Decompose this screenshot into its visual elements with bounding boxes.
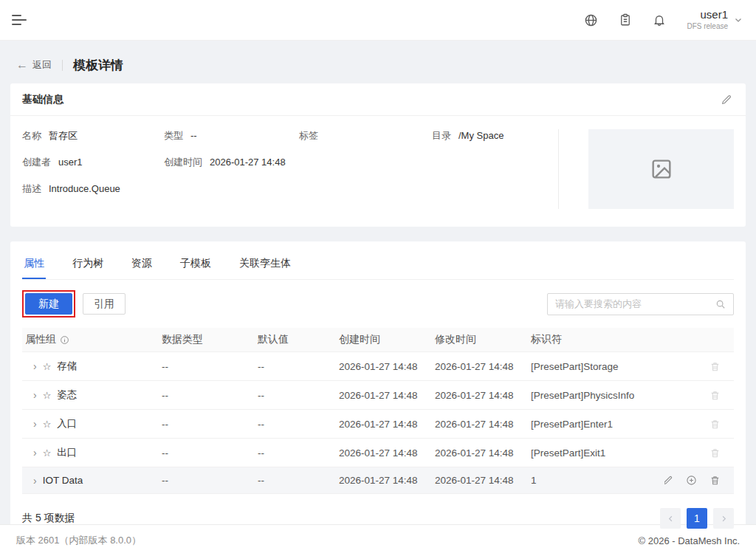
- edit-icon[interactable]: [721, 94, 732, 106]
- attributes-table: 属性组 数据类型 默认值 创建时间 修改时间 标识符 › ☆ 存储 -- --: [22, 328, 734, 494]
- basic-info-title: 基础信息: [22, 93, 63, 106]
- table-row[interactable]: › ☆ 存储 -- -- 2026-01-27 14:48 2026-01-27…: [22, 352, 734, 381]
- search-icon[interactable]: [715, 299, 726, 309]
- content-area: ← 返回 模板详情 基础信息 名称暂存区 类型-- 标签 目录/My Space…: [0, 41, 756, 524]
- attribute-group-name: 姿态: [57, 388, 77, 402]
- toolbar: 新建 引用: [22, 290, 734, 318]
- identifier-cell: [PresetPart]Exit1: [528, 439, 664, 467]
- table-row[interactable]: › ☆ IOT Data -- -- 2026-01-27 14:48 2026…: [22, 467, 734, 494]
- page-number-1[interactable]: 1: [687, 508, 707, 529]
- modified-time-cell: 2026-01-27 14:48: [432, 467, 528, 494]
- expand-chevron-icon[interactable]: ›: [33, 361, 37, 371]
- default-value-cell: --: [255, 439, 336, 467]
- quote-button[interactable]: 引用: [83, 293, 126, 315]
- user-menu[interactable]: user1 DFS release: [687, 8, 743, 31]
- type-label: 类型: [164, 130, 183, 141]
- action-highlight-box: 新建: [22, 290, 75, 318]
- user-name: user1: [687, 8, 728, 22]
- menu-icon[interactable]: [12, 10, 30, 30]
- total-count: 共 5 项数据: [22, 512, 75, 525]
- col-modified-time: 修改时间: [432, 328, 528, 352]
- attribute-group-name: 出口: [57, 446, 77, 459]
- image-placeholder-icon: [650, 157, 673, 181]
- table-body: › ☆ 存储 -- -- 2026-01-27 14:48 2026-01-27…: [22, 352, 734, 494]
- expand-chevron-icon[interactable]: ›: [33, 476, 37, 486]
- chevron-down-icon: [734, 16, 743, 24]
- table-row[interactable]: › ☆ 入口 -- -- 2026-01-27 14:48 2026-01-27…: [22, 410, 734, 439]
- star-icon: ☆: [43, 447, 52, 459]
- search-input[interactable]: [555, 298, 715, 309]
- expand-chevron-icon[interactable]: ›: [33, 447, 37, 458]
- identifier-cell: 1: [528, 467, 664, 494]
- identifier-cell: [PresetPart]Storage: [528, 352, 664, 381]
- pagination: 1: [660, 508, 734, 529]
- page-footer: 版本 2601（内部版本 8.0.0） © 2026 - DataMesh In…: [0, 524, 756, 556]
- basic-info-fields: 名称暂存区 类型-- 标签 目录/My Space 创建者user1 创建时间2…: [22, 129, 558, 209]
- vertical-divider: [558, 129, 559, 209]
- star-icon: ☆: [43, 361, 52, 372]
- table-header-row: 属性组 数据类型 默认值 创建时间 修改时间 标识符: [22, 328, 734, 352]
- info-icon[interactable]: [60, 335, 69, 345]
- star-icon: ☆: [43, 390, 52, 401]
- expand-chevron-icon[interactable]: ›: [33, 419, 37, 429]
- new-button[interactable]: 新建: [25, 293, 72, 315]
- default-value-cell: --: [255, 381, 336, 410]
- prev-page-button[interactable]: [660, 508, 681, 529]
- delete-row-icon[interactable]: [709, 419, 721, 430]
- directory-value: /My Space: [458, 130, 504, 141]
- globe-icon[interactable]: [584, 13, 598, 27]
- col-created-time: 创建时间: [336, 328, 432, 352]
- breadcrumb: ← 返回 模板详情: [16, 52, 746, 78]
- table-row[interactable]: › ☆ 出口 -- -- 2026-01-27 14:48 2026-01-27…: [22, 439, 734, 467]
- back-button[interactable]: 返回: [32, 58, 52, 72]
- search-box: [547, 293, 734, 315]
- edit-row-icon[interactable]: [664, 475, 673, 486]
- attribute-group-name: 入口: [57, 417, 77, 430]
- tab-associated-twins[interactable]: 关联孪生体: [238, 249, 292, 279]
- col-data-type: 数据类型: [159, 328, 255, 352]
- attribute-group-name: 存储: [57, 360, 77, 373]
- col-identifier: 标识符: [528, 328, 664, 352]
- version-text: 版本 2601（内部版本 8.0.0）: [16, 534, 141, 547]
- name-label: 名称: [22, 130, 41, 141]
- delete-row-icon[interactable]: [709, 361, 721, 372]
- created-time-label: 创建时间: [164, 157, 202, 168]
- data-type-cell: --: [159, 352, 255, 381]
- description-label: 描述: [22, 183, 41, 194]
- expand-chevron-icon[interactable]: ›: [33, 390, 37, 400]
- tab-bar: 属性 行为树 资源 子模板 关联孪生体: [22, 241, 734, 280]
- created-time-cell: 2026-01-27 14:48: [336, 439, 432, 467]
- bell-icon[interactable]: [653, 13, 666, 27]
- tab-behavior-tree[interactable]: 行为树: [71, 249, 105, 279]
- created-time-cell: 2026-01-27 14:48: [336, 410, 432, 439]
- clipboard-icon[interactable]: [619, 13, 632, 27]
- default-value-cell: --: [255, 352, 336, 381]
- modified-time-cell: 2026-01-27 14:48: [432, 381, 528, 410]
- tab-resources[interactable]: 资源: [130, 249, 154, 279]
- identifier-cell: [PresetPart]Enter1: [528, 410, 664, 439]
- breadcrumb-divider: [62, 60, 63, 71]
- col-default-value: 默认值: [255, 328, 336, 352]
- description-value: Introduce.Queue: [49, 183, 120, 194]
- delete-row-icon[interactable]: [709, 447, 721, 459]
- tab-properties[interactable]: 属性: [22, 249, 46, 279]
- modified-time-cell: 2026-01-27 14:48: [432, 410, 528, 439]
- copyright-text: © 2026 - DataMesh Inc.: [639, 535, 740, 546]
- detail-tabs-panel: 属性 行为树 资源 子模板 关联孪生体 新建 引用: [10, 241, 746, 539]
- delete-row-icon[interactable]: [709, 475, 721, 486]
- delete-row-icon[interactable]: [709, 390, 721, 401]
- table-row[interactable]: › ☆ 姿态 -- -- 2026-01-27 14:48 2026-01-27…: [22, 381, 734, 410]
- type-value: --: [190, 130, 197, 141]
- tab-sub-templates[interactable]: 子模板: [179, 249, 213, 279]
- default-value-cell: --: [255, 467, 336, 494]
- data-type-cell: --: [159, 467, 255, 494]
- created-time-cell: 2026-01-27 14:48: [336, 381, 432, 410]
- identifier-cell: [PresetPart]PhysicsInfo: [528, 381, 664, 410]
- template-image-placeholder: [588, 129, 734, 209]
- default-value-cell: --: [255, 410, 336, 439]
- creator-value: user1: [58, 157, 83, 168]
- data-type-cell: --: [159, 410, 255, 439]
- add-row-icon[interactable]: [686, 475, 697, 486]
- next-page-button[interactable]: [713, 508, 734, 529]
- back-arrow-icon[interactable]: ←: [16, 59, 28, 71]
